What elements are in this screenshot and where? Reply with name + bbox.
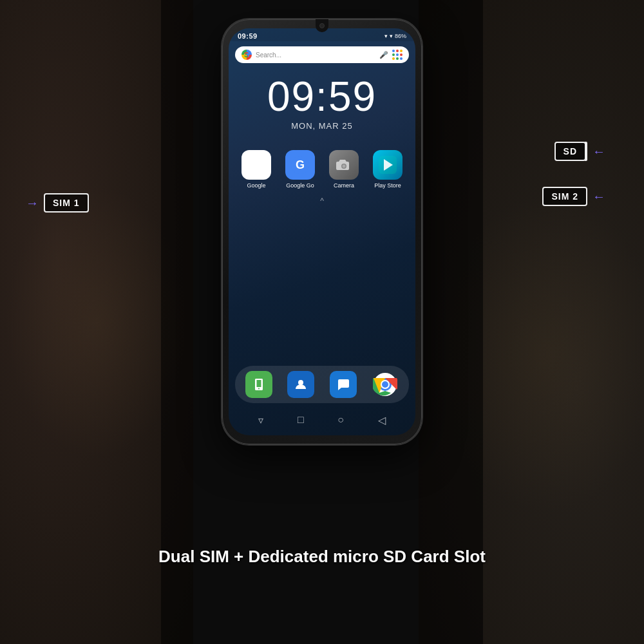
phone-screen: 09:59 ▾ ▾ 86% Search... <box>229 28 415 435</box>
app-google-go-label: Google Go <box>286 182 314 189</box>
phone-device: 09:59 ▾ ▾ 86% Search... <box>222 19 422 444</box>
nav-back[interactable]: ◁ <box>378 414 386 426</box>
sim1-label: SIM 1 <box>44 193 89 213</box>
sd-label: SD <box>554 142 586 161</box>
feature-text: Dual SIM + Dedicated micro SD Card Slot <box>26 547 618 567</box>
app-play-store[interactable]: Play Store <box>369 150 406 189</box>
nav-home[interactable]: ○ <box>337 414 344 426</box>
search-placeholder: Search... <box>256 52 375 59</box>
sim2-label-group: ← SIM 2 <box>542 187 605 206</box>
svg-point-7 <box>298 380 303 385</box>
app-grid: Google G Google Go <box>238 150 406 189</box>
bottom-dock <box>235 366 409 403</box>
wifi-icon: ▾ <box>384 33 388 39</box>
nav-square[interactable]: □ <box>298 414 304 426</box>
google-icon <box>242 150 271 180</box>
nav-down[interactable]: ▿ <box>258 414 263 426</box>
mic-icon: 🎤 <box>379 51 388 59</box>
clock-date: MON, MAR 25 <box>229 121 415 131</box>
signal-icon: ▾ <box>390 33 393 39</box>
google-go-icon: G <box>285 150 315 180</box>
sim2-label: SIM 2 <box>542 187 587 206</box>
sim2-arrow: ← <box>592 189 605 204</box>
dock-messages[interactable] <box>330 371 357 398</box>
dock-chrome[interactable] <box>372 371 399 398</box>
phone-body: 09:59 ▾ ▾ 86% Search... <box>222 19 422 444</box>
app-camera-label: Camera <box>334 182 354 189</box>
app-google-label: Google <box>247 182 265 189</box>
sd-notch <box>585 142 587 161</box>
google-logo <box>242 50 252 60</box>
sd-label-group: ← SD <box>554 142 605 161</box>
sd-box: SD <box>554 142 587 161</box>
clock-display: 09:59 MON, MAR 25 <box>229 76 415 131</box>
front-camera <box>319 23 325 28</box>
clock-time: 09:59 <box>229 76 415 117</box>
feature-text-container: Dual SIM + Dedicated micro SD Card Slot <box>0 547 644 567</box>
sd-arrow: ← <box>592 144 605 159</box>
sim1-label-group: → SIM 1 <box>26 193 89 213</box>
svg-point-4 <box>343 165 346 168</box>
app-google[interactable]: Google <box>238 150 275 189</box>
app-camera[interactable]: Camera <box>325 150 363 189</box>
google-apps-icon <box>392 50 402 60</box>
nav-bar: ▿ □ ○ ◁ <box>229 412 415 429</box>
dock-contacts[interactable] <box>287 371 314 398</box>
dock-phone[interactable] <box>245 371 272 398</box>
play-store-icon <box>373 150 402 180</box>
svg-text:G: G <box>296 158 305 171</box>
battery-level: 86% <box>395 33 406 39</box>
svg-point-11 <box>382 381 388 388</box>
status-time: 09:59 <box>238 32 258 40</box>
app-google-go[interactable]: G Google Go <box>281 150 319 189</box>
swipe-up-indicator: ^ <box>229 196 415 205</box>
sim1-arrow: → <box>26 196 39 211</box>
status-icons: ▾ ▾ 86% <box>384 33 406 39</box>
app-play-store-label: Play Store <box>374 182 401 189</box>
search-bar[interactable]: Search... 🎤 <box>235 46 409 63</box>
camera-icon <box>329 150 359 180</box>
